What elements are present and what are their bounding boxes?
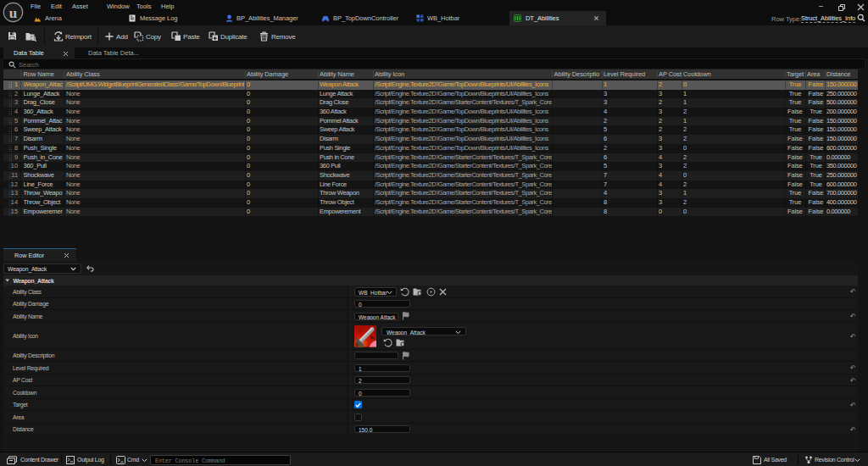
svg-text:u: u: [9, 5, 17, 21]
